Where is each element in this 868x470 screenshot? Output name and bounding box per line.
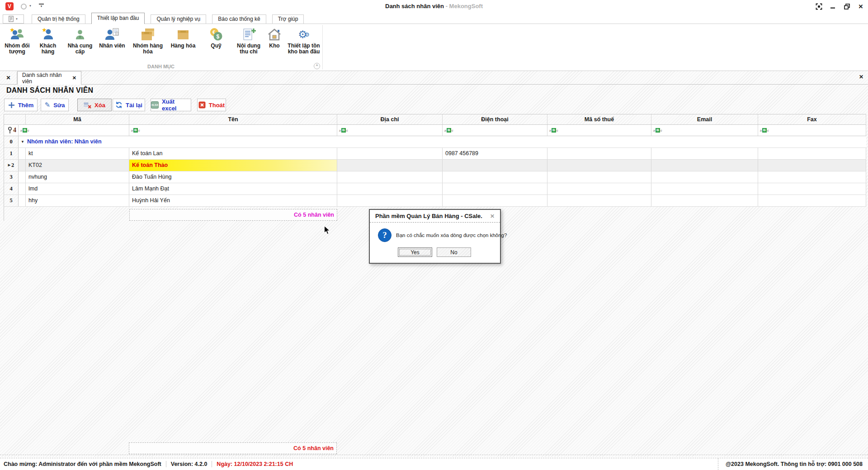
dialog-close-icon[interactable]: ✕ xyxy=(490,213,495,219)
cell-dia-chi[interactable] xyxy=(337,183,443,195)
cell-email[interactable] xyxy=(651,160,758,171)
cell-dia-chi[interactable] xyxy=(337,195,443,206)
ribbon-item-khach-hang[interactable]: ★ Khách hàng xyxy=(35,26,61,55)
cell-ma[interactable]: nvhung xyxy=(26,171,129,183)
tabstrip-close-right-button[interactable]: ✕ xyxy=(859,74,863,80)
filter-cell-dia-chi[interactable]: aBc xyxy=(337,125,443,136)
app-menu-button[interactable]: ▼ xyxy=(3,14,24,24)
cell-dia-chi[interactable] xyxy=(337,171,443,183)
cell-dien-thoai[interactable] xyxy=(443,195,547,206)
ribbon-item-noi-dung-thu-chi[interactable]: Nội dung thu chi xyxy=(234,26,264,55)
column-header-dien-thoai[interactable]: Điện thoại xyxy=(443,114,547,124)
cell-dien-thoai[interactable] xyxy=(443,160,547,171)
ribbon-item-nhom-hang-hoa[interactable]: Nhóm hàng hóa xyxy=(131,26,165,55)
toolbar-customize-icon[interactable]: ▼ xyxy=(39,4,44,8)
ribbon-item-quy[interactable]: €$ Quỹ xyxy=(206,26,226,49)
ribbon-item-hang-hoa[interactable]: Hàng hóa xyxy=(167,26,199,49)
exit-button[interactable]: Thoát xyxy=(197,99,226,111)
cell-dien-thoai[interactable]: 0987 456789 xyxy=(443,148,547,159)
edit-button[interactable]: ✎ Sửa xyxy=(41,99,69,111)
tab-tro-giup[interactable]: Trợ giúp xyxy=(272,14,304,24)
fit-screen-button[interactable] xyxy=(815,3,822,10)
table-row[interactable]: 5 hhy Huỳnh Hải Yến xyxy=(4,195,866,207)
tab-bao-cao-thong-ke[interactable]: Báo cáo thống kê xyxy=(212,14,266,24)
tab-thiet-lap-ban-dau[interactable]: Thiết lập ban đầu xyxy=(91,13,145,24)
cell-ten-highlighted[interactable]: Kế toán Thảo xyxy=(129,160,337,171)
column-header-ma-so-thue[interactable]: Mã số thuế xyxy=(547,114,651,124)
column-header-ma[interactable]: Mã xyxy=(26,114,129,124)
tab-quan-tri-he-thong[interactable]: Quản trị hệ thống xyxy=(32,14,85,24)
collapse-triangle-icon[interactable]: ▼ xyxy=(21,136,24,147)
table-row[interactable]: 1 kt Kế toán Lan 0987 456789 xyxy=(4,148,866,160)
cell-ma-so-thue[interactable] xyxy=(547,148,651,159)
cell-ten[interactable]: Lâm Mạnh Đạt xyxy=(129,183,337,195)
ribbon-group-separator xyxy=(322,25,323,69)
cell-email[interactable] xyxy=(651,183,758,195)
cell-ten[interactable]: Kế toán Lan xyxy=(129,148,337,159)
filter-cell-ten[interactable]: aBc xyxy=(129,125,337,136)
cell-dia-chi[interactable] xyxy=(337,148,443,159)
grid-header-row: Mã Tên Địa chỉ Điện thoại Mã số thuế Ema… xyxy=(4,114,866,125)
filter-cell-ma-so-thue[interactable]: aBc xyxy=(547,125,651,136)
cell-ma[interactable]: KT02 xyxy=(26,160,129,171)
cell-fax[interactable] xyxy=(758,171,866,183)
cell-dien-thoai[interactable] xyxy=(443,171,547,183)
close-button[interactable]: ✕ xyxy=(857,3,864,10)
cell-ma-so-thue[interactable] xyxy=(547,183,651,195)
column-header-dia-chi[interactable]: Địa chỉ xyxy=(337,114,443,124)
cell-email[interactable] xyxy=(651,171,758,183)
yes-button[interactable]: Yes xyxy=(398,247,432,257)
table-row-selected[interactable]: ▶2 KT02 Kế toán Thảo xyxy=(4,160,866,171)
minimize-button[interactable] xyxy=(829,3,836,10)
group-row-content[interactable]: ▼ Nhóm nhân viên: Nhân viên xyxy=(19,136,866,147)
cell-fax[interactable] xyxy=(758,183,866,195)
filter-cell-email[interactable]: aBc xyxy=(651,125,758,136)
row-indent-cell xyxy=(19,160,26,171)
delete-button[interactable]: Xóa xyxy=(77,99,112,111)
export-excel-button[interactable]: XLSX Xuất excel xyxy=(151,99,191,111)
tabstrip-close-left-button[interactable]: ✕ xyxy=(0,72,17,84)
cell-ma-so-thue[interactable] xyxy=(547,195,651,206)
column-header-email[interactable]: Email xyxy=(651,114,758,124)
cell-ma[interactable]: hhy xyxy=(26,195,129,206)
ribbon-item-kho[interactable]: Kho xyxy=(265,26,283,49)
cell-fax[interactable] xyxy=(758,160,866,171)
tab-danh-sach-nhan-vien[interactable]: Danh sách nhân viên ✕ xyxy=(17,71,81,85)
no-button[interactable]: No xyxy=(437,247,471,257)
table-row[interactable]: 4 lmd Lâm Mạnh Đạt xyxy=(4,183,866,195)
cell-fax[interactable] xyxy=(758,148,866,159)
cell-ten[interactable]: Đào Tuấn Hùng xyxy=(129,171,337,183)
cell-dien-thoai[interactable] xyxy=(443,183,547,195)
filter-cell-fax[interactable]: aBc xyxy=(758,125,866,136)
reload-button[interactable]: Tải lại xyxy=(113,99,145,111)
ribbon-item-thiet-lap-ton-kho[interactable]: ⚙⚙ Thiết lập tồn kho ban đầu xyxy=(283,26,325,55)
cell-dia-chi[interactable] xyxy=(337,160,443,171)
group-row[interactable]: 0 ▼ Nhóm nhân viên: Nhân viên xyxy=(4,136,866,148)
ribbon-item-nhan-vien[interactable]: Nhân viên xyxy=(96,26,128,49)
tab-close-icon[interactable]: ✕ xyxy=(72,75,76,81)
status-date-text: Ngày: 12/10/2023 2:21:15 CH xyxy=(217,461,293,467)
table-row[interactable]: 3 nvhung Đào Tuấn Hùng xyxy=(4,171,866,183)
ribbon-item-nhom-doi-tuong[interactable]: ★ Nhóm đối tượng xyxy=(2,26,32,55)
cell-ma-so-thue[interactable] xyxy=(547,171,651,183)
cell-email[interactable] xyxy=(651,195,758,206)
filter-cell-ma[interactable]: aBc xyxy=(19,125,129,136)
column-header-fax[interactable]: Fax xyxy=(758,114,866,124)
dialog-titlebar[interactable]: Phần mềm Quản Lý Bán Hàng - CSale. ✕ xyxy=(370,210,500,223)
add-button[interactable]: Thêm xyxy=(4,99,38,111)
restore-button[interactable] xyxy=(843,3,850,10)
tab-quan-ly-nghiep-vu[interactable]: Quản lý nghiệp vụ xyxy=(151,14,206,24)
cell-ten[interactable]: Huỳnh Hải Yến xyxy=(129,195,337,206)
cell-email[interactable] xyxy=(651,148,758,159)
quick-access-caret-icon[interactable]: ▼ xyxy=(29,5,32,7)
column-header-ten[interactable]: Tên xyxy=(129,114,337,124)
ribbon-tabs: Quản trị hệ thống Thiết lập ban đầu Quản… xyxy=(32,13,304,24)
ribbon-item-nha-cung-cap[interactable]: Nhà cung cấp xyxy=(66,26,94,55)
ribbon-collapse-button[interactable]: ^ xyxy=(314,63,320,69)
cell-ma-so-thue[interactable] xyxy=(547,160,651,171)
cell-ma[interactable]: lmd xyxy=(26,183,129,195)
quick-access-circle-icon[interactable] xyxy=(21,4,27,9)
filter-cell-dien-thoai[interactable]: aBc xyxy=(443,125,547,136)
cell-fax[interactable] xyxy=(758,195,866,206)
cell-ma[interactable]: kt xyxy=(26,148,129,159)
